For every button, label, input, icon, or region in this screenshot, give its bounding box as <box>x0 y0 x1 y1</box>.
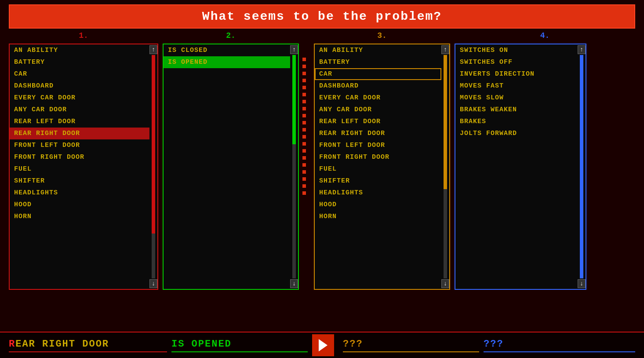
column-1-panel: AN ABILITY BATTERY CAR DASHBOARD EVERY C… <box>9 44 158 290</box>
col1-list: AN ABILITY BATTERY CAR DASHBOARD EVERY C… <box>10 44 149 289</box>
col2-thumb <box>292 55 296 144</box>
column-headers: 1. 2. 3. 4. <box>9 31 635 40</box>
status-subject: ??? <box>343 339 363 350</box>
header-bar: What seems to be the problem? <box>9 4 635 29</box>
list-item[interactable]: FRONT RIGHT DOOR <box>10 151 149 163</box>
col2-scroll-down[interactable]: ↓ <box>290 279 298 288</box>
col2-number: 2. <box>163 31 299 40</box>
list-item[interactable]: BRAKES <box>455 116 578 128</box>
list-item[interactable]: SHIFTER <box>10 175 149 187</box>
list-item[interactable]: AN ABILITY <box>10 44 149 56</box>
list-item[interactable]: FRONT LEFT DOOR <box>10 139 149 151</box>
status-col1: R EAR RIGHT DOOR <box>9 339 167 352</box>
list-item[interactable]: BATTERY <box>10 56 149 68</box>
col4-scrollbar: ↑ ↓ <box>578 44 586 289</box>
list-item-selected[interactable]: REAR RIGHT DOOR <box>10 128 149 139</box>
status-selected-rest: EAR RIGHT DOOR <box>15 339 109 350</box>
list-item[interactable]: MOVES FAST <box>455 80 578 92</box>
col4-scroll-area: SWITCHES ON SWITCHES OFF INVERTS DIRECTI… <box>455 44 586 289</box>
col2-thumb-track <box>292 55 296 278</box>
col4-list: SWITCHES ON SWITCHES OFF INVERTS DIRECTI… <box>455 44 578 289</box>
status-verb: IS OPENED <box>171 339 232 350</box>
column-2-panel: IS CLOSED IS OPENED ↑ ↓ <box>163 44 299 290</box>
play-icon <box>319 339 327 351</box>
list-item[interactable]: SWITCHES OFF <box>455 56 578 68</box>
col3-list: AN ABILITY BATTERY CAR DASHBOARD EVERY C… <box>315 44 441 289</box>
column-3-wrapper: AN ABILITY BATTERY CAR DASHBOARD EVERY C… <box>314 44 450 290</box>
col2-list: IS CLOSED IS OPENED <box>164 44 290 289</box>
list-item[interactable]: DASHBOARD <box>10 80 149 92</box>
col3-scrollbar: ↑ ↓ <box>441 44 449 289</box>
col1-thumb-track <box>152 55 155 278</box>
list-item[interactable]: AN ABILITY <box>315 44 441 56</box>
list-item[interactable]: CAR <box>10 68 149 80</box>
col4-thumb-track <box>580 55 583 278</box>
status-col3: ??? <box>343 339 479 352</box>
col4-scroll-up[interactable]: ↑ <box>578 45 586 54</box>
col1-scroll-up[interactable]: ↑ <box>149 45 157 54</box>
column-3-panel: AN ABILITY BATTERY CAR DASHBOARD EVERY C… <box>314 44 450 290</box>
list-item[interactable]: SHIFTER <box>315 175 441 187</box>
col2-scroll-area: IS CLOSED IS OPENED ↑ ↓ <box>164 44 298 289</box>
col1-thumb <box>152 55 155 234</box>
col3-thumb-track <box>444 55 447 278</box>
columns-area: AN ABILITY BATTERY CAR DASHBOARD EVERY C… <box>9 44 635 290</box>
list-item[interactable]: FUEL <box>315 163 441 175</box>
list-item[interactable]: IS CLOSED <box>164 44 290 56</box>
header-title: What seems to be the problem? <box>202 10 442 23</box>
list-item[interactable]: JOLTS FORWARD <box>455 128 578 139</box>
col3-scroll-area: AN ABILITY BATTERY CAR DASHBOARD EVERY C… <box>315 44 449 289</box>
col4-scroll-down[interactable]: ↓ <box>578 279 586 288</box>
col1-scrollbar: ↑ ↓ <box>149 44 157 289</box>
column-2-wrapper: IS CLOSED IS OPENED ↑ ↓ <box>163 44 299 290</box>
col3-scroll-down[interactable]: ↓ <box>441 279 449 288</box>
status-selected-first-letter: R <box>9 339 15 350</box>
list-item[interactable]: EVERY CAR DOOR <box>315 92 441 104</box>
col4-number: 4. <box>455 31 635 40</box>
list-item[interactable]: HOOD <box>315 199 441 211</box>
list-item-selected[interactable]: IS OPENED <box>164 56 290 68</box>
list-item[interactable]: FUEL <box>10 163 149 175</box>
col4-thumb <box>580 55 583 278</box>
list-item[interactable]: MOVES SLOW <box>455 92 578 104</box>
list-item[interactable]: FRONT RIGHT DOOR <box>315 151 441 163</box>
col2-scrollbar: ↑ ↓ <box>290 44 298 289</box>
list-item[interactable]: HEADLIGHTS <box>315 187 441 199</box>
list-item[interactable]: DASHBOARD <box>315 80 441 92</box>
dotted-divider <box>299 44 309 197</box>
play-button[interactable] <box>312 334 334 356</box>
list-item[interactable]: FRONT LEFT DOOR <box>315 139 441 151</box>
list-item[interactable]: HORN <box>315 211 441 223</box>
list-item-selected[interactable]: CAR <box>315 68 441 80</box>
list-item[interactable]: BRAKES WEAKEN <box>455 104 578 116</box>
list-item[interactable]: ANY CAR DOOR <box>10 104 149 116</box>
list-item[interactable]: BATTERY <box>315 56 441 68</box>
status-action: ??? <box>484 339 504 350</box>
column-1-wrapper: AN ABILITY BATTERY CAR DASHBOARD EVERY C… <box>9 44 158 290</box>
col1-number: 1. <box>9 31 158 40</box>
col3-thumb <box>444 55 447 189</box>
status-col4: ??? <box>484 339 635 352</box>
list-item[interactable]: SWITCHES ON <box>455 44 578 56</box>
list-item[interactable]: REAR RIGHT DOOR <box>315 128 441 139</box>
list-item[interactable]: HOOD <box>10 199 149 211</box>
col1-scroll-area: AN ABILITY BATTERY CAR DASHBOARD EVERY C… <box>10 44 157 289</box>
col3-scroll-up[interactable]: ↑ <box>441 45 449 54</box>
list-item[interactable]: HORN <box>10 211 149 223</box>
list-item[interactable]: EVERY CAR DOOR <box>10 92 149 104</box>
list-item[interactable]: HEADLIGHTS <box>10 187 149 199</box>
column-4-panel: SWITCHES ON SWITCHES OFF INVERTS DIRECTI… <box>455 44 586 290</box>
status-bar: R EAR RIGHT DOOR IS OPENED ??? ??? <box>0 332 644 358</box>
column-4-wrapper: SWITCHES ON SWITCHES OFF INVERTS DIRECTI… <box>455 44 586 290</box>
status-col2: IS OPENED <box>171 339 308 352</box>
col1-scroll-down[interactable]: ↓ <box>149 279 157 288</box>
list-item[interactable]: INVERTS DIRECTION <box>455 68 578 80</box>
list-item[interactable]: REAR LEFT DOOR <box>315 116 441 128</box>
list-item[interactable]: REAR LEFT DOOR <box>10 116 149 128</box>
col2-scroll-up[interactable]: ↑ <box>290 45 298 54</box>
col3-number: 3. <box>314 31 450 40</box>
list-item[interactable]: ANY CAR DOOR <box>315 104 441 116</box>
